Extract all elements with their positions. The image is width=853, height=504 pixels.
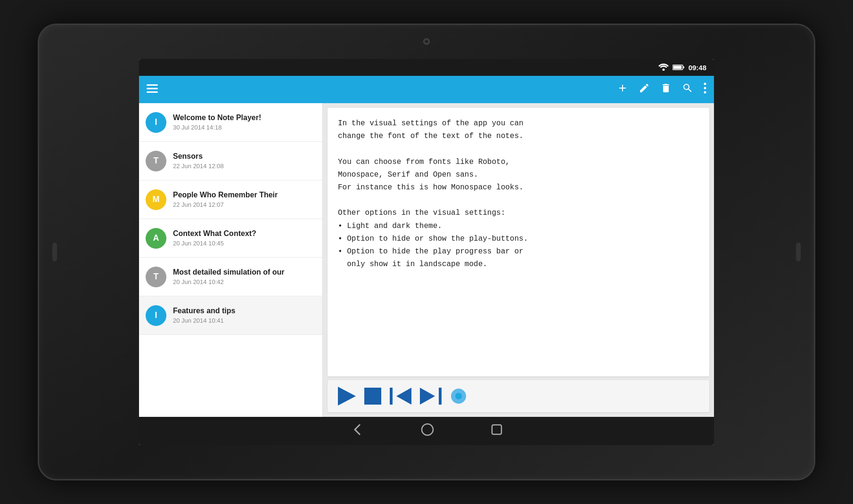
status-icons: 09:48 — [658, 63, 706, 72]
svg-rect-2 — [683, 66, 684, 68]
more-icon[interactable] — [704, 82, 706, 97]
skip-next-button[interactable] — [419, 387, 443, 406]
svg-point-0 — [662, 68, 664, 71]
svg-point-9 — [704, 91, 706, 94]
progress-inner — [455, 393, 462, 399]
home-nav-icon[interactable] — [421, 423, 434, 439]
list-item-date: 22 Jun 2014 12:07 — [173, 201, 316, 208]
list-item-title: Welcome to Note Player! — [173, 114, 316, 122]
avatar: I — [146, 305, 166, 326]
list-item-title: Sensors — [173, 152, 316, 161]
list-item-title: Context What Context? — [173, 229, 316, 238]
svg-point-7 — [704, 83, 706, 85]
svg-marker-13 — [396, 388, 411, 405]
svg-point-16 — [422, 424, 433, 435]
delete-icon[interactable] — [660, 82, 672, 97]
list-item-title: Features and tips — [173, 307, 316, 315]
progress-indicator — [451, 389, 466, 404]
svg-marker-15 — [420, 388, 435, 405]
add-icon[interactable] — [617, 82, 628, 97]
svg-rect-14 — [439, 388, 442, 405]
list-item[interactable]: T Sensors 22 Jun 2014 12:08 — [139, 142, 322, 180]
list-item[interactable]: A Context What Context? 20 Jun 2014 10:4… — [139, 219, 322, 258]
list-item-content: People Who Remember Their 22 Jun 2014 12… — [173, 191, 316, 208]
svg-rect-11 — [364, 388, 381, 405]
avatar: T — [146, 151, 166, 171]
list-item-date: 22 Jun 2014 12:08 — [173, 163, 316, 170]
svg-point-8 — [704, 87, 706, 89]
top-bar-actions — [617, 82, 706, 97]
avatar: I — [146, 112, 166, 133]
stop-button[interactable] — [363, 387, 382, 406]
list-item-date: 20 Jun 2014 10:45 — [173, 240, 316, 247]
content-area: I Welcome to Note Player! 30 Jul 2014 14… — [139, 103, 714, 417]
wifi-icon — [658, 63, 669, 72]
list-item[interactable]: T Most detailed simulation of our 20 Jun… — [139, 258, 322, 296]
list-item-content: Features and tips 20 Jun 2014 10:41 — [173, 307, 316, 324]
speaker-right — [796, 243, 801, 261]
list-item-date: 20 Jun 2014 10:42 — [173, 278, 316, 285]
nav-bar — [139, 417, 714, 445]
avatar: M — [146, 189, 166, 210]
list-item-content: Context What Context? 20 Jun 2014 10:45 — [173, 229, 316, 247]
list-item-content: Sensors 22 Jun 2014 12:08 — [173, 152, 316, 170]
battery-icon — [673, 64, 685, 71]
svg-rect-12 — [390, 388, 393, 405]
recents-nav-icon[interactable] — [491, 423, 503, 439]
tablet-device: 09:48 — [38, 24, 815, 480]
list-item-date: 20 Jun 2014 10:41 — [173, 317, 316, 324]
player-controls — [328, 380, 709, 412]
list-item-title: People Who Remember Their — [173, 191, 316, 199]
svg-rect-4 — [147, 84, 158, 86]
speaker-left — [52, 243, 57, 261]
note-content: In the visual settings of the app you ca… — [328, 108, 709, 376]
list-item-title: Most detailed simulation of our — [173, 268, 316, 276]
svg-rect-5 — [147, 88, 158, 89]
skip-prev-button[interactable] — [389, 387, 412, 406]
list-item[interactable]: M People Who Remember Their 22 Jun 2014 … — [139, 180, 322, 219]
app-area: I Welcome to Note Player! 30 Jul 2014 14… — [139, 76, 714, 417]
svg-rect-3 — [673, 66, 681, 69]
search-icon[interactable] — [682, 82, 693, 97]
avatar: T — [146, 267, 166, 287]
time-display: 09:48 — [689, 64, 706, 72]
svg-rect-17 — [492, 425, 501, 434]
list-item-content: Most detailed simulation of our 20 Jun 2… — [173, 268, 316, 285]
top-bar — [139, 76, 714, 103]
avatar: A — [146, 228, 166, 249]
status-bar: 09:48 — [139, 59, 714, 76]
notes-list: I Welcome to Note Player! 30 Jul 2014 14… — [139, 103, 323, 417]
note-panel: In the visual settings of the app you ca… — [323, 103, 714, 417]
list-item-active[interactable]: I Features and tips 20 Jun 2014 10:41 — [139, 296, 322, 335]
hamburger-icon[interactable] — [147, 83, 158, 96]
screen: 09:48 — [139, 59, 714, 445]
list-item-content: Welcome to Note Player! 30 Jul 2014 14:1… — [173, 114, 316, 131]
svg-marker-10 — [338, 387, 356, 406]
camera — [423, 38, 430, 45]
back-nav-icon[interactable] — [350, 423, 364, 439]
play-button[interactable] — [337, 386, 357, 406]
svg-rect-6 — [147, 91, 158, 93]
edit-icon[interactable] — [639, 82, 650, 97]
list-item-date: 30 Jul 2014 14:18 — [173, 124, 316, 131]
list-item[interactable]: I Welcome to Note Player! 30 Jul 2014 14… — [139, 103, 322, 142]
